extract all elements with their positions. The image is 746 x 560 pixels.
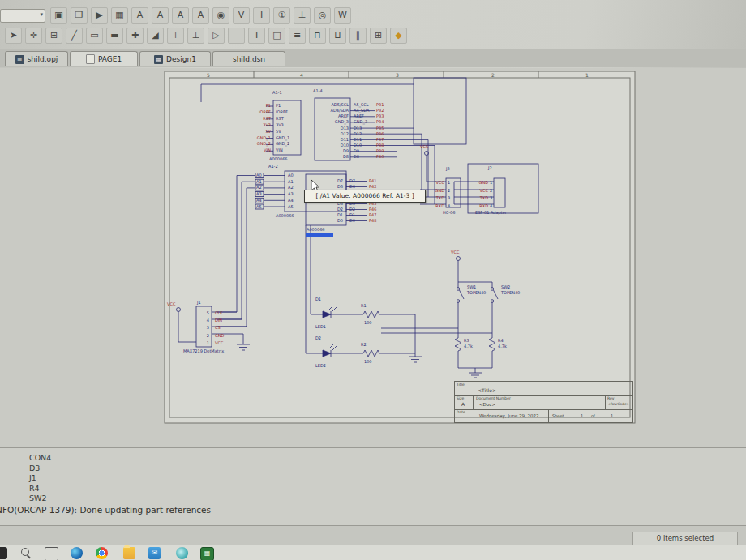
- rev-value: <RevCode>: [607, 403, 629, 407]
- part-manager-icon[interactable]: ▦: [111, 7, 128, 24]
- power-label: VCC: [451, 250, 459, 254]
- pin-names: AD5/SCL AD4/SDA AREF GND_3 D13 D12 D11 D…: [316, 102, 349, 160]
- file-explorer-icon[interactable]: [123, 547, 135, 559]
- pin-names: A0 A1 A2 A3 A4 A5: [288, 173, 294, 210]
- select-icon[interactable]: ➤: [5, 28, 22, 44]
- selection-highlight: [306, 233, 333, 237]
- power-label: VCC: [167, 302, 175, 306]
- component-value: LED1: [315, 325, 326, 329]
- place-net-alias-icon[interactable]: ▭: [86, 28, 103, 44]
- tab-label: PAGE1: [98, 55, 122, 63]
- component-value: 100: [364, 321, 372, 325]
- part-search-icon[interactable]: ◉: [212, 7, 229, 24]
- back-annotate-icon[interactable]: A: [152, 7, 169, 24]
- place-junction-icon[interactable]: ✚: [126, 28, 144, 44]
- page-icon: [86, 54, 95, 64]
- monitor-photo: ▾ ▣❐▶▦AAAA◉VI①⊥◎W ➤✛⊞╱▭▬✚◢⊤⊥▷—T□≡⊓⊔∥⊞◆ ≡…: [0, 0, 746, 560]
- place-part-icon[interactable]: ⊞: [45, 28, 62, 44]
- current-marker-icon[interactable]: I: [253, 7, 270, 24]
- distribute-icon[interactable]: ∥: [349, 28, 367, 44]
- pin-names: P1 IOREF RST 3V3 5V GND_1 GND_2 VIN: [276, 103, 289, 154]
- schematic-drawing: [0, 68, 746, 447]
- zoom-combobox[interactable]: ▾: [0, 9, 45, 23]
- toolbar-row-1: ▾ ▣❐▶▦AAAA◉VI①⊥◎W: [0, 5, 746, 26]
- session-log-item: R4: [29, 484, 51, 494]
- tab-design1[interactable]: ▦ Design1: [139, 51, 211, 66]
- tab-page1[interactable]: PAGE1: [70, 51, 138, 66]
- component-value: MAX7219 DotMatrix: [183, 349, 224, 353]
- edge-browser-icon[interactable]: [71, 547, 83, 559]
- place-rectangle-icon[interactable]: □: [268, 28, 285, 44]
- open-project-icon[interactable]: ❐: [71, 7, 88, 24]
- probe-icon[interactable]: ①: [273, 7, 290, 24]
- place-bus-icon[interactable]: ▬: [106, 28, 123, 44]
- move-icon[interactable]: ✛: [25, 28, 42, 44]
- windows-taskbar: ✉ ▦: [0, 545, 746, 560]
- zone-number: 5: [207, 72, 210, 78]
- place-port-icon[interactable]: ▷: [208, 28, 225, 44]
- place-bus-entry-icon[interactable]: ◢: [147, 28, 164, 44]
- doc-number-label: Document Number: [476, 397, 511, 401]
- component-ref: A1-2: [268, 165, 278, 169]
- tab-shild-opj[interactable]: ≡ shild.opj: [5, 51, 68, 66]
- run-icon[interactable]: ▶: [91, 7, 108, 24]
- search-icon[interactable]: [20, 547, 32, 559]
- chrome-browser-icon[interactable]: [96, 547, 108, 559]
- place-text-icon[interactable]: T: [248, 28, 265, 44]
- session-log-item: D3: [29, 464, 51, 474]
- size-value: A: [461, 402, 465, 407]
- power-marker-icon[interactable]: ⊥: [294, 7, 311, 24]
- voltage-marker-icon[interactable]: V: [233, 7, 250, 24]
- new-project-icon[interactable]: ▣: [50, 7, 67, 24]
- session-log-panel: CON4D3J1R4SW2 INFO(ORCAP-1379): Done upd…: [0, 447, 746, 526]
- place-ground-icon[interactable]: ⊥: [187, 28, 204, 44]
- size-label: Size: [457, 397, 464, 401]
- component-value: TOPEN40: [501, 291, 520, 295]
- align-left-icon[interactable]: ≡: [289, 28, 306, 44]
- tab-shild-dsn[interactable]: shild.dsn: [212, 51, 285, 66]
- tab-label: Design1: [166, 55, 196, 63]
- net-labels: A5_SCL A4_SDA AREF GND_3 D13 D12 D11 D10…: [354, 102, 369, 160]
- component-value: A000066: [276, 214, 294, 218]
- design-rules-check-icon[interactable]: A: [192, 7, 209, 24]
- place-pin-icon[interactable]: —: [228, 28, 245, 44]
- align-bottom-icon[interactable]: ⊔: [329, 28, 346, 44]
- power-label: VCC: [420, 145, 428, 149]
- component-ref: SW1: [467, 285, 476, 289]
- browser-globe-icon[interactable]: [176, 547, 188, 559]
- place-power-icon[interactable]: ⊤: [167, 28, 184, 44]
- pin-names: GND VCC TXD RXD: [467, 179, 488, 211]
- task-view-icon[interactable]: [45, 547, 58, 560]
- align-top-icon[interactable]: ⊓: [309, 28, 326, 44]
- date-label: Date: [457, 411, 465, 415]
- lock-icon[interactable]: ◆: [390, 28, 407, 44]
- component-ref: A1-1: [272, 91, 282, 95]
- place-wire-icon[interactable]: ╱: [66, 28, 83, 44]
- zone-number: 1: [585, 72, 589, 78]
- sheet-total: 1: [611, 414, 613, 418]
- annotate-icon[interactable]: A: [131, 7, 148, 24]
- component-value: HC-06: [443, 211, 455, 215]
- tab-label: shild.dsn: [233, 55, 265, 63]
- updated-parts-list: CON4D3J1R4SW2: [29, 453, 51, 504]
- component-value: 4.7k: [464, 344, 473, 348]
- waveform-icon[interactable]: W: [334, 7, 351, 24]
- update-properties-icon[interactable]: A: [172, 7, 189, 24]
- net-labels: CLK DIN CS GND VCC: [215, 310, 224, 347]
- title-block: Title <Title> Size A Document Number <Do…: [454, 381, 633, 423]
- component-ref: SW2: [501, 285, 510, 289]
- start-button-icon[interactable]: [0, 547, 7, 559]
- mail-icon[interactable]: ✉: [148, 547, 161, 559]
- component-ref: J3: [446, 167, 450, 171]
- orcad-capture-icon[interactable]: ▦: [200, 547, 214, 560]
- schematic-canvas[interactable]: 5 4 3 2 1 A1-1 P1 IOREF RST 3V3 5V GND_1…: [0, 68, 746, 447]
- pin-numbers: 1 2 3 4: [448, 179, 450, 211]
- pin-numbers: 1 2 3 4: [490, 179, 492, 211]
- component-ref: R4: [498, 339, 504, 343]
- component-ref: R2: [361, 343, 367, 347]
- title-value: <Title>: [478, 388, 496, 393]
- world-view-icon[interactable]: ◎: [314, 7, 331, 24]
- grid-toggle-icon[interactable]: ⊞: [370, 28, 387, 44]
- document-tabbar: ≡ shild.opj PAGE1 ▦ Design1 shild.dsn: [0, 49, 746, 67]
- session-log-item: J1: [29, 473, 51, 484]
